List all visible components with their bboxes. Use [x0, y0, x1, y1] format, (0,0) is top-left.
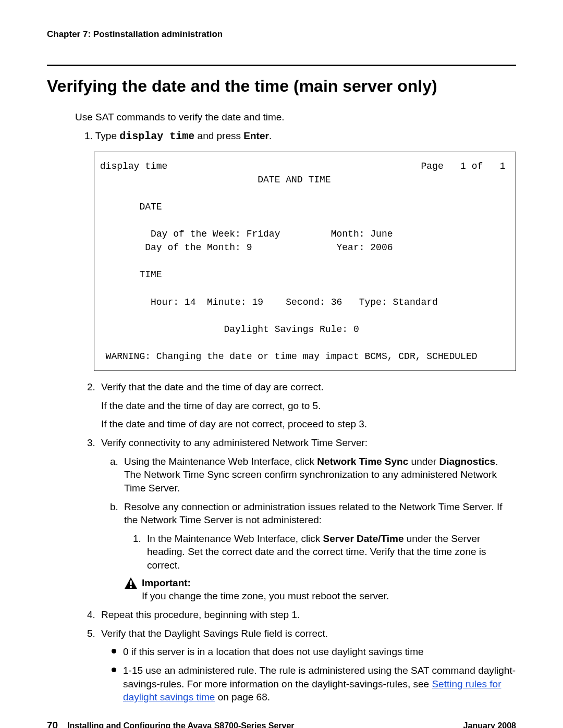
step1-suffix: . [269, 130, 272, 141]
step-2: Verify that the date and the time of day… [98, 380, 516, 431]
step-3b1: In the Maintenance Web Interface, click … [144, 532, 516, 572]
step-1: 1. Type display time and press Enter. [84, 129, 516, 143]
step-5-text: Verify that the Daylight Savings Rule fi… [101, 627, 516, 640]
bullet-admin-rule: 1-15 use an administered rule. The rule … [112, 664, 516, 704]
chapter-header: Chapter 7: Postinstallation administrati… [47, 29, 516, 40]
important-label: Important: [142, 576, 191, 590]
step-5-bullets: 0 if this server is in a location that d… [101, 645, 516, 704]
svg-rect-2 [130, 586, 131, 588]
bullet-admin-post: on page 68. [215, 692, 270, 702]
warning-icon [124, 577, 138, 589]
body-content: Use SAT commands to verify the date and … [47, 110, 516, 709]
step-3b1-pre: In the Maintenance Web Interface, click [147, 533, 323, 544]
step-3a-bold1: Network Time Sync [317, 456, 408, 467]
step-2-text-a: Verify that the date and the time of day… [101, 380, 516, 394]
step1-prefix: 1. Type [84, 130, 119, 141]
step-3a: Using the Maintenance Web Interface, cli… [121, 455, 516, 495]
footer-date: January 2008 [463, 721, 516, 728]
steps-list: Verify that the date and the time of day… [84, 380, 516, 704]
step-4: Repeat this procedure, beginning with st… [98, 608, 516, 622]
important-note: Important: If you change the time zone, … [124, 576, 516, 603]
page-number: 70 [47, 720, 58, 728]
section-rule [47, 65, 516, 66]
step1-mid: and press [194, 130, 243, 141]
footer-title: Installing and Configuring the Avaya S87… [67, 721, 463, 728]
step-3a-pre: Using the Maintenance Web Interface, cli… [124, 456, 317, 467]
page: Chapter 7: Postinstallation administrati… [0, 0, 563, 728]
step-3: Verify connectivity to any administered … [98, 436, 516, 603]
step-3a-bold2: Diagnostics [439, 456, 495, 467]
command-code: display time [119, 130, 194, 142]
important-heading: Important: [124, 576, 516, 590]
step-2-text-c: If the date and time of day are not corr… [101, 417, 516, 431]
enter-key: Enter [243, 130, 269, 141]
step-3-text: Verify connectivity to any administered … [101, 436, 516, 450]
terminal-output: display time Page 1 of 1 DATE AND TIME D… [94, 152, 516, 371]
step-3b-sublist: In the Maintenance Web Interface, click … [124, 532, 516, 572]
step-2-text-b: If the date and the time of day are corr… [101, 399, 516, 413]
bullet-zero-rule: 0 if this server is in a location that d… [112, 645, 516, 659]
page-footer: 70 Installing and Configuring the Avaya … [47, 709, 516, 728]
step-3b1-bold: Server Date/Time [323, 533, 404, 544]
step-3-sublist: Using the Maintenance Web Interface, cli… [101, 455, 516, 603]
important-body-text: If you change the time zone, you must re… [142, 589, 516, 603]
step-3b-text: Resolve any connection or administration… [124, 501, 503, 526]
svg-rect-1 [130, 581, 131, 585]
step-4-text: Repeat this procedure, beginning with st… [101, 608, 516, 622]
section-title: Verifying the date and the time (main se… [47, 77, 516, 96]
intro-text: Use SAT commands to verify the date and … [75, 110, 516, 124]
step-3b: Resolve any connection or administration… [121, 500, 516, 603]
step-5: Verify that the Daylight Savings Rule fi… [98, 627, 516, 704]
step-3a-mid: under [408, 456, 439, 467]
